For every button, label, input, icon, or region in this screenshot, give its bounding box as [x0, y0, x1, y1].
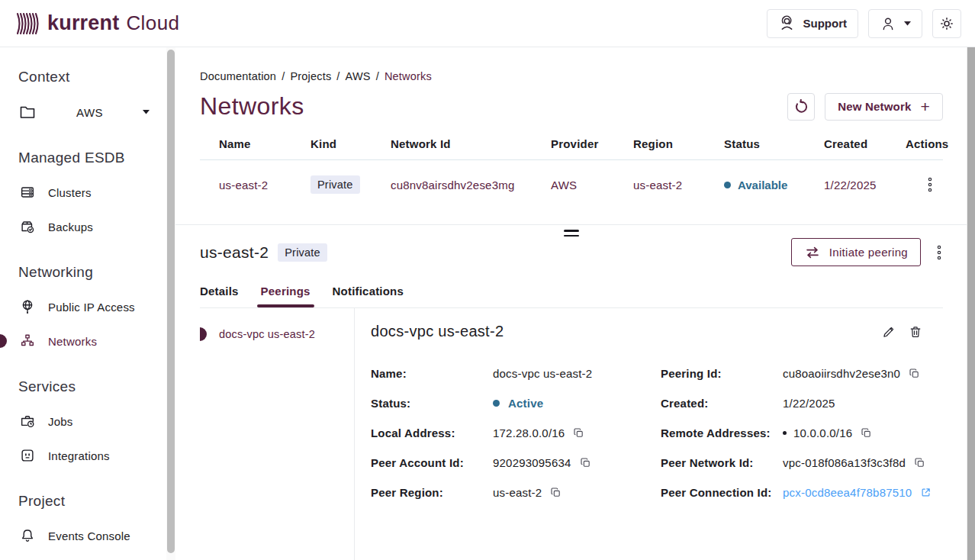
breadcrumb-item-documentation[interactable]: Documentation	[200, 70, 276, 82]
page-title: Networks	[200, 92, 304, 121]
field-label: Local Address:	[371, 426, 493, 439]
list-bullet	[783, 431, 787, 435]
field-name: Name: docs-vpc us-east-2	[371, 366, 661, 380]
breadcrumb-separator: /	[336, 70, 339, 82]
status-dot	[724, 182, 731, 188]
col-kind: Kind	[311, 137, 391, 150]
breadcrumb-item-networks: Networks	[385, 70, 432, 82]
field-peering-id: Peering Id: cu8oaoiirsdhv2ese3n0	[661, 366, 943, 380]
field-peer-account-id: Peer Account Id: 920293095634	[371, 455, 661, 469]
page-scrollbar[interactable]	[967, 47, 975, 560]
col-name: Name	[219, 137, 311, 150]
status-dot	[493, 400, 500, 407]
field-local-address: Local Address: 172.28.0.0/16	[371, 426, 661, 439]
sidebar-item-networks[interactable]: Networks	[18, 333, 166, 349]
tab-notifications[interactable]: Notifications	[333, 285, 404, 307]
peer-connection-link[interactable]: pcx-0cd8eea4f78b87510	[783, 486, 932, 499]
main-content: Documentation / Projects / AWS / Network…	[175, 47, 967, 560]
new-network-label: New Network	[838, 100, 911, 113]
sidebar-item-public-ip-access[interactable]: Public IP Access	[18, 298, 166, 315]
sidebar-item-backups[interactable]: Backups	[18, 218, 166, 235]
external-link-icon	[920, 487, 932, 498]
field-value: 920293095634	[493, 456, 571, 469]
peering-detail: docs-vpc us-east-2	[355, 308, 943, 560]
field-value: 10.0.0.0/16	[793, 426, 852, 439]
sidebar-item-label: Backups	[48, 220, 93, 233]
swap-arrows-icon	[804, 246, 821, 259]
networks-icon	[18, 333, 37, 349]
copy-icon[interactable]	[550, 487, 562, 498]
peering-title: docs-vpc us-east-2	[371, 323, 504, 340]
sidebar-heading-managed-esdb: Managed ESDB	[18, 150, 166, 166]
breadcrumb-item-projects[interactable]: Projects	[290, 70, 331, 82]
sidebar-item-jobs[interactable]: Jobs	[18, 413, 166, 430]
theme-toggle-button[interactable]	[932, 9, 961, 38]
backups-icon	[18, 218, 37, 235]
field-label: Created:	[661, 397, 783, 410]
copy-icon[interactable]	[909, 368, 920, 379]
user-menu-button[interactable]	[868, 9, 922, 38]
initiate-peering-button[interactable]: Initiate peering	[791, 238, 921, 266]
tab-peerings[interactable]: Peerings	[261, 285, 311, 307]
sidebar-item-clusters[interactable]: Clusters	[18, 184, 166, 201]
breadcrumb-item-aws[interactable]: AWS	[346, 70, 371, 82]
row-actions-kebab[interactable]	[926, 175, 934, 194]
copy-icon[interactable]	[573, 427, 584, 439]
sidebar-item-events-console[interactable]: Events Console	[18, 527, 166, 544]
sidebar-scrollbar-thumb[interactable]	[167, 50, 175, 553]
field-value: vpc-018f086a13f3c3f8d	[783, 456, 906, 469]
cell-status: Available	[724, 179, 824, 191]
top-header: kurrent Cloud Support	[0, 0, 975, 47]
col-created: Created	[824, 137, 906, 150]
new-network-button[interactable]: New Network +	[825, 93, 943, 121]
field-label: Name:	[371, 367, 493, 380]
table-row[interactable]: us-east-2 Private cu8nv8airsdhv2ese3mg A…	[200, 160, 943, 212]
network-detail-panel: us-east-2 Private Initiate peering	[175, 224, 967, 560]
cell-provider: AWS	[551, 179, 633, 191]
sidebar-heading-networking: Networking	[18, 264, 166, 281]
sidebar-heading-context: Context	[18, 69, 166, 85]
edit-pencil-icon[interactable]	[881, 324, 896, 340]
initiate-peering-label: Initiate peering	[829, 246, 908, 259]
copy-icon[interactable]	[861, 427, 872, 439]
field-peer-network-id: Peer Network Id: vpc-018f086a13f3c3f8d	[661, 455, 943, 469]
context-selector[interactable]: AWS	[18, 104, 150, 121]
public-ip-icon	[18, 298, 37, 315]
sidebar: Context AWS Managed ESDB	[0, 47, 166, 560]
kurrent-logo[interactable]: kurrent Cloud	[15, 11, 179, 35]
field-value: 172.28.0.0/16	[493, 426, 565, 439]
support-label: Support	[803, 17, 848, 30]
field-label: Peer Network Id:	[661, 456, 783, 469]
logo-suffix-text: Cloud	[126, 11, 179, 35]
peering-list-item-label: docs-vpc us-east-2	[219, 328, 315, 340]
status-label: Active	[508, 397, 543, 410]
sidebar-heading-project: Project	[18, 493, 166, 510]
support-button[interactable]: Support	[767, 9, 859, 38]
sidebar-scrollbar[interactable]	[166, 47, 175, 560]
sidebar-item-integrations[interactable]: Integrations	[18, 447, 166, 464]
context-value: AWS	[37, 106, 143, 119]
cell-name: us-east-2	[219, 179, 311, 191]
breadcrumb: Documentation / Projects / AWS / Network…	[200, 70, 943, 82]
jobs-icon	[18, 413, 37, 430]
delete-trash-icon[interactable]	[908, 324, 923, 340]
clusters-icon	[18, 184, 37, 201]
field-value: us-east-2	[493, 486, 542, 499]
col-region: Region	[633, 137, 724, 150]
peering-list: docs-vpc us-east-2	[200, 308, 355, 560]
peering-list-item[interactable]: docs-vpc us-east-2	[200, 327, 354, 341]
page-scrollbar-thumb[interactable]	[967, 47, 975, 560]
panel-resize-handle[interactable]	[564, 230, 579, 237]
copy-icon[interactable]	[914, 457, 925, 468]
refresh-button[interactable]	[787, 93, 815, 121]
copy-icon[interactable]	[580, 457, 591, 468]
cell-region: us-east-2	[633, 179, 724, 191]
tab-details[interactable]: Details	[200, 285, 239, 307]
detail-actions-kebab[interactable]	[935, 243, 943, 262]
field-created: Created: 1/22/2025	[661, 396, 943, 410]
field-remote-addresses: Remote Addresses: 10.0.0.0/16	[661, 426, 943, 439]
chevron-down-icon	[904, 21, 911, 26]
field-peer-region: Peer Region: us-east-2	[371, 485, 661, 499]
breadcrumb-separator: /	[376, 70, 379, 82]
field-label: Remote Addresses:	[661, 426, 783, 439]
